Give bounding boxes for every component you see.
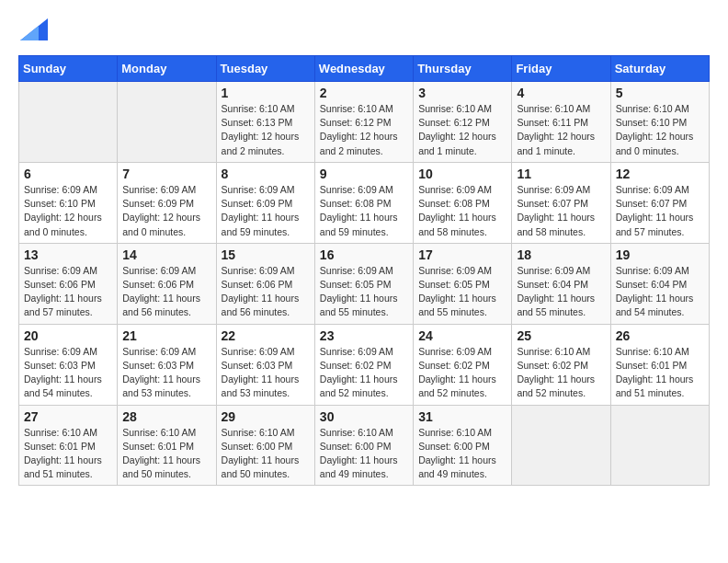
day-info: Sunrise: 6:09 AMSunset: 6:04 PMDaylight:… [616, 265, 694, 318]
calendar-cell: 24Sunrise: 6:09 AMSunset: 6:02 PMDayligh… [414, 324, 512, 405]
day-number: 11 [517, 167, 605, 181]
day-number: 1 [222, 86, 310, 100]
day-number: 20 [24, 328, 112, 343]
day-header-wednesday: Wednesday [314, 56, 413, 82]
day-number: 24 [418, 328, 506, 343]
day-number: 29 [222, 409, 310, 424]
day-info: Sunrise: 6:09 AMSunset: 6:03 PMDaylight:… [24, 346, 102, 399]
day-info: Sunrise: 6:09 AMSunset: 6:08 PMDaylight:… [418, 184, 496, 237]
day-info: Sunrise: 6:10 AMSunset: 6:01 PMDaylight:… [122, 427, 200, 480]
day-info: Sunrise: 6:09 AMSunset: 6:06 PMDaylight:… [122, 265, 200, 318]
day-header-thursday: Thursday [414, 56, 512, 82]
logo [18, 18, 50, 46]
day-info: Sunrise: 6:09 AMSunset: 6:07 PMDaylight:… [517, 184, 595, 237]
day-info: Sunrise: 6:09 AMSunset: 6:03 PMDaylight:… [222, 346, 300, 399]
calendar-cell: 22Sunrise: 6:09 AMSunset: 6:03 PMDayligh… [216, 324, 314, 405]
day-info: Sunrise: 6:10 AMSunset: 6:01 PMDaylight:… [616, 346, 694, 399]
day-info: Sunrise: 6:09 AMSunset: 6:10 PMDaylight:… [24, 184, 102, 237]
day-info: Sunrise: 6:09 AMSunset: 6:04 PMDaylight:… [517, 265, 595, 318]
logo-icon [20, 18, 48, 40]
day-info: Sunrise: 6:09 AMSunset: 6:02 PMDaylight:… [320, 346, 398, 399]
day-number: 21 [122, 328, 210, 343]
calendar-cell: 31Sunrise: 6:10 AMSunset: 6:00 PMDayligh… [414, 405, 512, 486]
day-number: 4 [517, 86, 605, 100]
day-info: Sunrise: 6:09 AMSunset: 6:07 PMDaylight:… [616, 184, 694, 237]
day-info: Sunrise: 6:09 AMSunset: 6:06 PMDaylight:… [24, 265, 102, 318]
day-number: 18 [517, 247, 605, 262]
calendar-cell: 10Sunrise: 6:09 AMSunset: 6:08 PMDayligh… [414, 162, 512, 243]
calendar-cell: 5Sunrise: 6:10 AMSunset: 6:10 PMDaylight… [610, 82, 709, 163]
calendar-cell: 17Sunrise: 6:09 AMSunset: 6:05 PMDayligh… [414, 243, 512, 324]
day-number: 8 [222, 167, 310, 181]
calendar-cell: 28Sunrise: 6:10 AMSunset: 6:01 PMDayligh… [118, 405, 216, 486]
day-info: Sunrise: 6:10 AMSunset: 6:13 PMDaylight:… [222, 103, 300, 156]
calendar-week-1: 1Sunrise: 6:10 AMSunset: 6:13 PMDaylight… [19, 82, 710, 163]
calendar-cell: 7Sunrise: 6:09 AMSunset: 6:09 PMDaylight… [118, 162, 216, 243]
calendar-header: SundayMondayTuesdayWednesdayThursdayFrid… [19, 56, 710, 82]
day-info: Sunrise: 6:10 AMSunset: 6:00 PMDaylight:… [418, 427, 496, 480]
day-number: 10 [418, 167, 506, 181]
day-info: Sunrise: 6:10 AMSunset: 6:01 PMDaylight:… [24, 427, 102, 480]
calendar-cell: 14Sunrise: 6:09 AMSunset: 6:06 PMDayligh… [118, 243, 216, 324]
calendar-week-3: 13Sunrise: 6:09 AMSunset: 6:06 PMDayligh… [19, 243, 710, 324]
day-header-monday: Monday [118, 56, 216, 82]
calendar-cell [118, 82, 216, 163]
calendar-cell [19, 82, 118, 163]
day-info: Sunrise: 6:10 AMSunset: 6:11 PMDaylight:… [517, 103, 595, 156]
day-number: 2 [320, 86, 408, 100]
day-number: 9 [320, 167, 408, 181]
calendar-cell [512, 405, 610, 486]
day-info: Sunrise: 6:10 AMSunset: 6:02 PMDaylight:… [517, 346, 595, 399]
day-number: 5 [616, 86, 704, 100]
day-info: Sunrise: 6:09 AMSunset: 6:05 PMDaylight:… [418, 265, 496, 318]
page-header [18, 18, 710, 46]
day-info: Sunrise: 6:10 AMSunset: 6:00 PMDaylight:… [320, 427, 398, 480]
calendar-cell: 26Sunrise: 6:10 AMSunset: 6:01 PMDayligh… [610, 324, 709, 405]
day-info: Sunrise: 6:09 AMSunset: 6:05 PMDaylight:… [320, 265, 398, 318]
day-info: Sunrise: 6:10 AMSunset: 6:12 PMDaylight:… [320, 103, 398, 156]
calendar-cell: 29Sunrise: 6:10 AMSunset: 6:00 PMDayligh… [216, 405, 314, 486]
calendar-cell: 15Sunrise: 6:09 AMSunset: 6:06 PMDayligh… [216, 243, 314, 324]
day-header-friday: Friday [512, 56, 610, 82]
day-number: 6 [24, 167, 112, 181]
day-info: Sunrise: 6:09 AMSunset: 6:08 PMDaylight:… [320, 184, 398, 237]
calendar-cell: 12Sunrise: 6:09 AMSunset: 6:07 PMDayligh… [610, 162, 709, 243]
day-info: Sunrise: 6:10 AMSunset: 6:12 PMDaylight:… [418, 103, 496, 156]
day-number: 19 [616, 247, 704, 262]
calendar-cell: 3Sunrise: 6:10 AMSunset: 6:12 PMDaylight… [414, 82, 512, 163]
calendar-cell: 13Sunrise: 6:09 AMSunset: 6:06 PMDayligh… [19, 243, 118, 324]
day-number: 7 [122, 167, 210, 181]
calendar-cell: 27Sunrise: 6:10 AMSunset: 6:01 PMDayligh… [19, 405, 118, 486]
day-number: 26 [616, 328, 704, 343]
day-info: Sunrise: 6:09 AMSunset: 6:09 PMDaylight:… [222, 184, 300, 237]
day-number: 12 [616, 167, 704, 181]
calendar-cell: 25Sunrise: 6:10 AMSunset: 6:02 PMDayligh… [512, 324, 610, 405]
day-info: Sunrise: 6:10 AMSunset: 6:10 PMDaylight:… [616, 103, 694, 156]
calendar-cell [610, 405, 709, 486]
calendar-cell: 30Sunrise: 6:10 AMSunset: 6:00 PMDayligh… [314, 405, 413, 486]
calendar-week-4: 20Sunrise: 6:09 AMSunset: 6:03 PMDayligh… [19, 324, 710, 405]
day-header-sunday: Sunday [19, 56, 118, 82]
calendar-cell: 21Sunrise: 6:09 AMSunset: 6:03 PMDayligh… [118, 324, 216, 405]
day-number: 23 [320, 328, 408, 343]
day-number: 25 [517, 328, 605, 343]
calendar-cell: 11Sunrise: 6:09 AMSunset: 6:07 PMDayligh… [512, 162, 610, 243]
day-number: 14 [122, 247, 210, 262]
day-header-tuesday: Tuesday [216, 56, 314, 82]
day-number: 22 [222, 328, 310, 343]
day-number: 13 [24, 247, 112, 262]
calendar-cell: 16Sunrise: 6:09 AMSunset: 6:05 PMDayligh… [314, 243, 413, 324]
day-info: Sunrise: 6:09 AMSunset: 6:02 PMDaylight:… [418, 346, 496, 399]
day-info: Sunrise: 6:10 AMSunset: 6:00 PMDaylight:… [222, 427, 300, 480]
calendar-cell: 18Sunrise: 6:09 AMSunset: 6:04 PMDayligh… [512, 243, 610, 324]
day-number: 17 [418, 247, 506, 262]
calendar-cell: 9Sunrise: 6:09 AMSunset: 6:08 PMDaylight… [314, 162, 413, 243]
day-number: 3 [418, 86, 506, 100]
logo-text [18, 18, 48, 46]
calendar-cell: 19Sunrise: 6:09 AMSunset: 6:04 PMDayligh… [610, 243, 709, 324]
day-header-saturday: Saturday [610, 56, 709, 82]
calendar-body: 1Sunrise: 6:10 AMSunset: 6:13 PMDaylight… [19, 82, 710, 486]
calendar-cell: 6Sunrise: 6:09 AMSunset: 6:10 PMDaylight… [19, 162, 118, 243]
day-number: 15 [222, 247, 310, 262]
day-info: Sunrise: 6:09 AMSunset: 6:06 PMDaylight:… [222, 265, 300, 318]
